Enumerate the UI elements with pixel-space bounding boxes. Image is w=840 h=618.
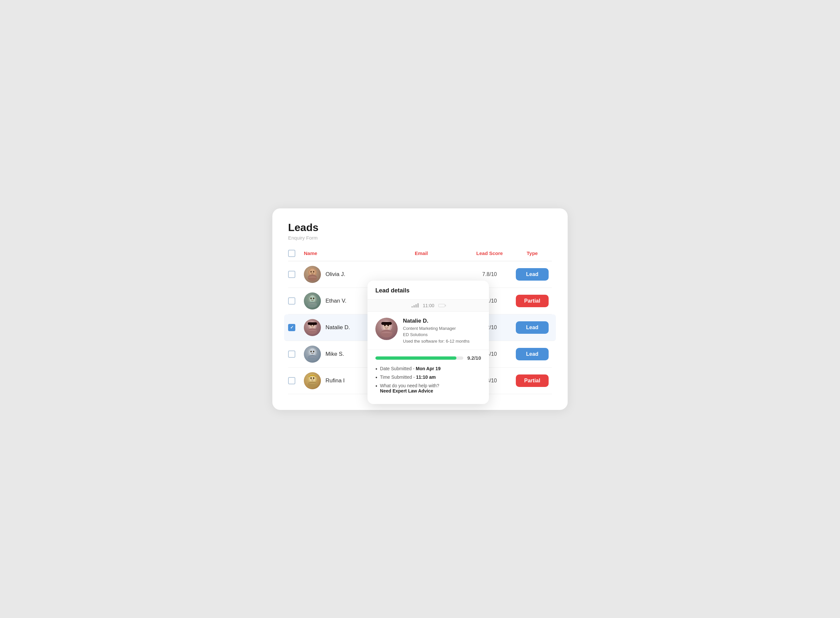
detail-time: Time Submitted - 11:10 am (375, 374, 481, 380)
type-cell-4: Lead (512, 348, 552, 360)
avatar-natalie (304, 319, 321, 336)
popup-person-name: Natalie D. (403, 318, 481, 324)
name-text-2: Ethan V. (325, 298, 346, 304)
svg-rect-14 (308, 322, 317, 325)
row-name-3: Natalie D. (304, 319, 376, 336)
svg-point-17 (309, 349, 315, 356)
score-1: 7.8/10 (467, 272, 512, 277)
select-all-checkbox[interactable] (288, 250, 295, 257)
page-title: Leads (288, 221, 552, 234)
lead-details-popup: Lead details 11:00 (368, 281, 489, 404)
svg-point-6 (309, 296, 315, 303)
type-badge-2[interactable]: Partial (516, 295, 549, 307)
main-card: Leads Enquiry Form Name Email Lead Score… (272, 208, 568, 410)
row-name-1: Olivia J. (304, 266, 376, 283)
svg-point-24 (313, 377, 314, 379)
type-badge-3[interactable]: Lead (516, 321, 549, 334)
type-badge-5[interactable]: Partial (516, 374, 549, 387)
svg-point-19 (313, 351, 314, 352)
score-bar-fill (375, 357, 456, 360)
type-cell-3: Lead (512, 321, 552, 334)
type-cell-5: Partial (512, 374, 552, 387)
svg-point-18 (310, 351, 312, 352)
type-badge-4[interactable]: Lead (516, 348, 549, 360)
popup-person-info: Natalie D. Content Marketing Manager ED … (403, 318, 481, 345)
table-header: Name Email Lead Score Type (288, 250, 552, 261)
name-text-4: Mike S. (325, 351, 344, 357)
type-cell-2: Partial (512, 295, 552, 307)
name-text-5: Rufina I (325, 377, 345, 384)
row-checkbox-2[interactable] (288, 297, 295, 305)
popup-card: Lead details 11:00 (368, 281, 489, 404)
row-checkbox-1[interactable] (288, 271, 295, 278)
type-cell-1: Lead (512, 268, 552, 281)
svg-point-8 (313, 297, 314, 299)
row-name-2: Ethan V. (304, 293, 376, 309)
row-checkbox-3[interactable] (288, 324, 295, 331)
score-bar-row: 9.2/10 (375, 355, 481, 361)
col-email: Email (376, 250, 467, 256)
svg-point-7 (310, 297, 312, 299)
signal-icon (411, 303, 419, 308)
popup-details: Date Submitted - Mon Apr 19 Time Submitt… (375, 366, 481, 394)
popup-avatar (375, 318, 398, 340)
svg-point-3 (313, 271, 314, 272)
phone-time: 11:00 (423, 303, 434, 308)
name-text-3: Natalie D. (325, 324, 350, 331)
popup-person-role: Content Marketing Manager ED Solutions U… (403, 325, 481, 345)
svg-point-25 (308, 381, 317, 387)
svg-point-2 (310, 271, 312, 272)
battery-icon (438, 304, 445, 307)
col-type: Type (512, 250, 552, 256)
detail-date: Date Submitted - Mon Apr 19 (375, 366, 481, 371)
svg-point-15 (308, 328, 317, 334)
popup-body: 9.2/10 Date Submitted - Mon Apr 19 Time … (368, 350, 489, 404)
svg-point-9 (308, 302, 317, 308)
score-bar-track (375, 357, 463, 360)
score-display: 9.2/10 (467, 355, 481, 361)
type-badge-1[interactable]: Lead (516, 268, 549, 281)
svg-point-23 (310, 377, 312, 379)
svg-point-31 (381, 330, 392, 337)
name-text-1: Olivia J. (325, 271, 345, 278)
avatar-rufina (304, 372, 321, 389)
col-score: Lead Score (467, 250, 512, 256)
popup-phone-bar: 11:00 (368, 300, 489, 312)
popup-title: Lead details (375, 287, 481, 294)
row-checkbox-4[interactable] (288, 351, 295, 358)
svg-point-20 (308, 355, 317, 361)
detail-help: What do you need help with?Need Expert L… (375, 383, 481, 394)
row-name-5: Rufina I (304, 372, 376, 389)
avatar-olivia (304, 266, 321, 283)
col-name: Name (304, 250, 376, 256)
popup-header: Lead details (368, 281, 489, 300)
page-subtitle: Enquiry Form (288, 235, 552, 241)
popup-person: Natalie D. Content Marketing Manager ED … (368, 312, 489, 350)
svg-rect-30 (381, 322, 392, 325)
row-name-4: Mike S. (304, 346, 376, 362)
avatar-mike (304, 346, 321, 362)
avatar-ethan (304, 293, 321, 309)
row-checkbox-5[interactable] (288, 377, 295, 384)
